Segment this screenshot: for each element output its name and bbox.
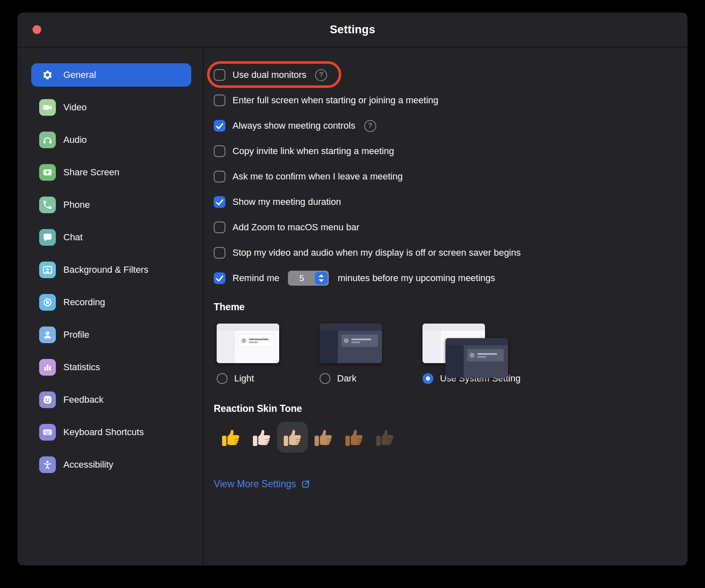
sidebar-item-label: Accessibility bbox=[63, 459, 113, 470]
option-label: Enter full screen when starting or joini… bbox=[232, 95, 438, 106]
stepper-arrows-icon[interactable] bbox=[315, 272, 328, 284]
gear-icon bbox=[39, 67, 56, 83]
sidebar-item-label: Recording bbox=[63, 297, 105, 308]
theme-option-dark: Dark bbox=[320, 324, 382, 384]
thumbs-up-medium-icon[interactable] bbox=[308, 422, 339, 453]
option-label: Always show meeting controls bbox=[232, 120, 355, 131]
person-icon bbox=[39, 326, 56, 343]
system-theme-radio[interactable] bbox=[422, 373, 433, 384]
speech-bubble-icon bbox=[39, 229, 56, 246]
sidebar-item-share-screen[interactable]: Share Screen bbox=[31, 161, 191, 184]
minutes-stepper[interactable]: 5 bbox=[288, 271, 329, 286]
option-remind-me: Remind me 5 minutes before my upcoming m… bbox=[214, 270, 671, 287]
view-more-settings-link[interactable]: View More Settings bbox=[214, 478, 310, 490]
reaction-skin-tone-heading: Reaction Skin Tone bbox=[214, 403, 671, 414]
remind-me-checkbox[interactable] bbox=[214, 272, 225, 284]
confirm-leave-meeting-checkbox[interactable] bbox=[214, 171, 225, 182]
video-camera-icon bbox=[39, 99, 56, 116]
option-stop-video-audio-display-off: Stop my video and audio when my display … bbox=[214, 244, 671, 261]
light-theme-radio[interactable] bbox=[217, 373, 228, 384]
sidebar-item-phone[interactable]: Phone bbox=[31, 193, 191, 217]
sidebar-item-label: Keyboard Shortcuts bbox=[63, 427, 144, 438]
add-zoom-menu-bar-checkbox[interactable] bbox=[214, 222, 225, 233]
close-window-button[interactable] bbox=[32, 25, 41, 34]
option-label: Show my meeting duration bbox=[232, 197, 341, 207]
theme-heading: Theme bbox=[214, 301, 671, 313]
link-label: View More Settings bbox=[214, 478, 296, 490]
option-enter-full-screen: Enter full screen when starting or joini… bbox=[214, 92, 671, 109]
thumbs-up-default-icon[interactable] bbox=[215, 422, 246, 453]
option-label: Add Zoom to macOS menu bar bbox=[232, 222, 359, 233]
help-icon[interactable]: ? bbox=[364, 120, 376, 132]
sidebar-item-label: Feedback bbox=[63, 394, 104, 405]
reaction-skin-tone-section: Reaction Skin Tone bbox=[214, 403, 671, 453]
window-title: Settings bbox=[330, 23, 375, 36]
minutes-value: 5 bbox=[288, 273, 315, 283]
sidebar-item-background-filters[interactable]: Background & Filters bbox=[31, 258, 191, 282]
always-show-meeting-controls-checkbox[interactable] bbox=[214, 120, 225, 132]
thumbs-up-light-icon[interactable] bbox=[246, 422, 277, 453]
sidebar-item-keyboard-shortcuts[interactable]: Keyboard Shortcuts bbox=[31, 421, 191, 444]
option-show-meeting-duration: Show my meeting duration bbox=[214, 194, 671, 210]
sidebar-item-label: Statistics bbox=[63, 362, 100, 373]
dark-theme-preview[interactable] bbox=[320, 324, 382, 363]
sidebar-item-video[interactable]: Video bbox=[31, 96, 191, 119]
sidebar-item-label: General bbox=[63, 70, 96, 80]
radio-label: Dark bbox=[337, 373, 356, 384]
sidebar-item-recording[interactable]: Recording bbox=[31, 291, 191, 314]
system-theme-preview[interactable] bbox=[422, 324, 485, 363]
option-use-dual-monitors: Use dual monitors ? bbox=[214, 67, 671, 83]
sidebar-item-accessibility[interactable]: Accessibility bbox=[31, 453, 191, 476]
option-label: Ask me to confirm when I leave a meeting bbox=[232, 171, 402, 182]
phone-icon bbox=[39, 197, 56, 213]
sidebar-item-general[interactable]: General bbox=[31, 63, 191, 87]
sidebar-item-statistics[interactable]: Statistics bbox=[31, 356, 191, 379]
sidebar-item-profile[interactable]: Profile bbox=[31, 323, 191, 346]
sidebar-item-label: Chat bbox=[63, 232, 82, 243]
sidebar-item-label: Background & Filters bbox=[63, 264, 148, 275]
option-confirm-leave-meeting: Ask me to confirm when I leave a meeting bbox=[214, 168, 671, 185]
sidebar-item-label: Share Screen bbox=[63, 167, 120, 178]
light-theme-preview[interactable] bbox=[217, 324, 279, 363]
enter-full-screen-checkbox[interactable] bbox=[214, 95, 225, 106]
smiley-icon bbox=[39, 391, 56, 408]
screen-share-icon bbox=[39, 164, 56, 181]
sidebar-item-label: Phone bbox=[63, 199, 90, 210]
help-icon[interactable]: ? bbox=[315, 69, 327, 81]
thumbs-up-medium-light-icon[interactable] bbox=[277, 422, 308, 453]
dark-theme-radio[interactable] bbox=[320, 373, 330, 384]
sidebar-item-label: Audio bbox=[63, 135, 87, 145]
option-copy-invite-link: Copy invite link when starting a meeting bbox=[214, 143, 671, 159]
stop-video-audio-checkbox[interactable] bbox=[214, 247, 225, 259]
sidebar-item-feedback[interactable]: Feedback bbox=[31, 388, 191, 411]
copy-invite-link-checkbox[interactable] bbox=[214, 145, 225, 157]
option-label: Copy invite link when starting a meeting bbox=[232, 146, 394, 157]
general-settings-panel: Use dual monitors ? Enter full screen wh… bbox=[204, 47, 688, 566]
bar-chart-icon bbox=[39, 359, 56, 376]
headphones-icon bbox=[39, 132, 56, 148]
theme-option-light: Light bbox=[217, 324, 279, 384]
sidebar-item-audio[interactable]: Audio bbox=[31, 128, 191, 152]
sidebar-item-label: Video bbox=[63, 102, 87, 113]
settings-sidebar: General Video Audio Share Screen bbox=[18, 47, 204, 566]
use-dual-monitors-checkbox[interactable] bbox=[214, 69, 225, 81]
option-label: Use dual monitors bbox=[232, 70, 306, 80]
show-meeting-duration-checkbox[interactable] bbox=[214, 196, 225, 208]
theme-section: Theme Light bbox=[214, 301, 671, 384]
portrait-icon bbox=[39, 262, 56, 278]
sidebar-item-label: Profile bbox=[63, 329, 89, 340]
radio-label: Light bbox=[234, 373, 254, 384]
thumbs-up-dark-icon[interactable] bbox=[370, 422, 400, 453]
record-circle-icon bbox=[39, 294, 56, 311]
thumbs-up-medium-dark-icon[interactable] bbox=[339, 422, 370, 453]
option-label: Stop my video and audio when my display … bbox=[232, 247, 521, 258]
title-bar: Settings bbox=[18, 12, 688, 47]
settings-window: Settings General Video Audio bbox=[18, 12, 688, 566]
accessibility-person-icon bbox=[39, 456, 56, 473]
option-label: minutes before my upcoming meetings bbox=[338, 273, 495, 284]
option-always-show-meeting-controls: Always show meeting controls ? bbox=[214, 117, 671, 134]
sidebar-item-chat[interactable]: Chat bbox=[31, 226, 191, 249]
theme-option-system: Use System Setting bbox=[422, 324, 520, 384]
external-link-icon bbox=[300, 479, 310, 489]
option-label: Remind me bbox=[232, 273, 279, 284]
